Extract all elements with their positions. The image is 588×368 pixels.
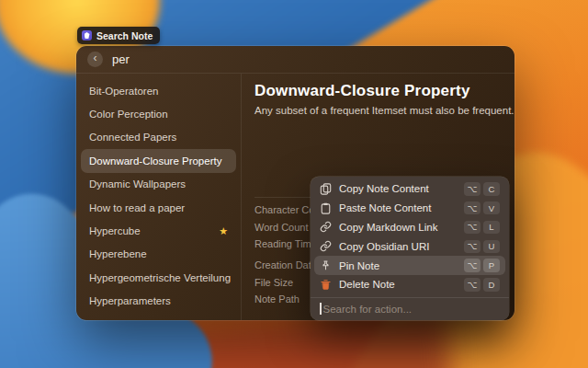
link-icon [320, 221, 332, 233]
action-search-field[interactable]: Search for action... [311, 298, 509, 320]
pin-icon [320, 259, 332, 271]
sidebar-note-item[interactable]: Hypergeometrische Verteilung ★ [81, 266, 236, 289]
keyboard-shortcut: ⌥ U [464, 240, 500, 254]
sidebar-note-label: Color Perception [89, 109, 168, 120]
copy-icon [320, 183, 332, 195]
sidebar-note-item[interactable]: Color Perception ★ [81, 102, 236, 125]
sidebar-note-item[interactable]: Bit-Operatoren ★ [81, 79, 236, 102]
action-search-placeholder: Search for action... [322, 304, 413, 315]
menu-item[interactable]: Pin Note ⌥ P [314, 256, 505, 275]
trash-icon [320, 279, 332, 291]
chevron-left-icon: ‹ [94, 52, 97, 64]
sidebar-note-label: Dynamic Wallpapers [89, 178, 186, 190]
sidebar-note-label: Downward-Closure Property [89, 155, 221, 167]
menu-item[interactable]: Copy Note Content ⌥ C [314, 179, 505, 199]
sidebar-note-item[interactable]: Hyperebene ★ [81, 243, 236, 266]
menu-item[interactable]: Paste Note Content ⌥ V [314, 199, 505, 218]
desktop: Search Note ‹ per Bit-Operatoren ★ Color… [0, 0, 588, 368]
note-list: Bit-Operatoren ★ Color Perception ★ Conn… [76, 74, 242, 320]
back-button[interactable]: ‹ [87, 52, 103, 67]
sidebar-note-label: Hyperparameters [89, 295, 171, 306]
command-hint-tag: Search Note [77, 27, 160, 44]
sidebar-note-label: Hypergeometrische Verteilung [89, 272, 231, 283]
command-hint-label: Search Note [96, 30, 153, 41]
sidebar-note-label: Bit-Operatoren [89, 86, 158, 97]
actions-menu: Copy Note Content ⌥ C Paste Note Content… [311, 177, 509, 320]
sidebar-note-item[interactable]: How to read a paper ★ [81, 196, 236, 219]
note-subtitle: Any subset of a frequent Itemset must al… [254, 105, 514, 116]
sidebar-note-item[interactable]: Dynamic Wallpapers ★ [81, 173, 236, 196]
star-icon: ★ [219, 225, 228, 237]
sidebar-note-item[interactable]: Downward-Closure Property ★ [81, 149, 236, 172]
sidebar-note-label: Hyperebene [89, 248, 147, 259]
keyboard-shortcut: ⌥ L [464, 221, 500, 235]
keyboard-shortcut: ⌥ C [464, 182, 500, 196]
keyboard-shortcut: ⌥ V [464, 201, 500, 215]
keyboard-shortcut: ⌥ D [464, 278, 500, 292]
search-bar: ‹ per [76, 46, 514, 74]
keyboard-shortcut: ⌥ P [464, 259, 500, 272]
clipboard-icon [320, 202, 332, 214]
sidebar-note-item[interactable]: Hyperparameters ★ [81, 290, 236, 313]
sidebar-note-item[interactable]: Connected Papers ★ [81, 126, 236, 149]
sidebar-note-label: Connected Papers [89, 132, 176, 143]
menu-item[interactable]: Copy Obsidian URI ⌥ U [314, 236, 505, 256]
obsidian-icon [82, 30, 92, 40]
sidebar-note-item[interactable]: Hypercube ★ [81, 219, 236, 242]
actions-menu-list: Copy Note Content ⌥ C Paste Note Content… [311, 177, 509, 294]
note-title: Downward-Closure Property [254, 82, 470, 100]
sidebar-note-label: Hypercube [89, 225, 141, 236]
menu-item[interactable]: Copy Markdown Link ⌥ L [314, 218, 505, 237]
sidebar-note-label: How to read a paper [89, 202, 185, 213]
search-input[interactable]: per [112, 52, 130, 66]
link-icon [320, 240, 332, 252]
menu-item[interactable]: Delete Note ⌥ D [314, 275, 505, 294]
